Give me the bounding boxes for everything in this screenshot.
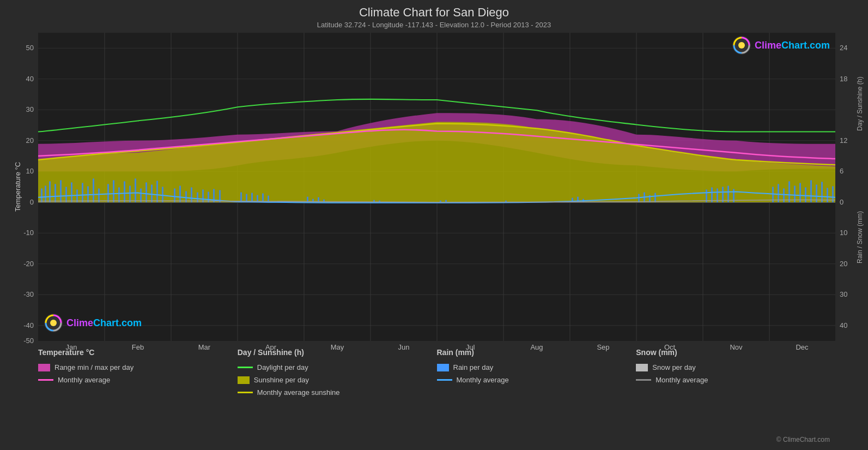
snow-avg-label: Monthly average bbox=[655, 376, 708, 384]
legend-daylight: Daylight per day bbox=[238, 363, 437, 371]
svg-rect-57 bbox=[49, 181, 51, 202]
svg-rect-66 bbox=[98, 189, 100, 202]
svg-text:18: 18 bbox=[840, 75, 847, 83]
legend-rain-avg: Monthly average bbox=[437, 376, 636, 384]
legend-temperature: Temperature °C Range min / max per day M… bbox=[38, 344, 238, 445]
svg-rect-124 bbox=[821, 182, 823, 202]
svg-rect-65 bbox=[93, 178, 94, 202]
sunshine-swatch bbox=[238, 376, 250, 384]
temp-range-swatch bbox=[38, 364, 50, 371]
chart-title: Climate Chart for San Diego bbox=[0, 0, 868, 20]
svg-rect-59 bbox=[60, 180, 62, 202]
svg-rect-112 bbox=[722, 187, 724, 202]
svg-rect-63 bbox=[82, 183, 83, 202]
legend-temp-title: Temperature °C bbox=[38, 348, 238, 357]
logo-icon bbox=[732, 35, 751, 55]
y-axis-right-bottom: Rain / Snow (mm) bbox=[856, 183, 864, 292]
svg-text:0: 0 bbox=[840, 198, 843, 206]
svg-text:-30: -30 bbox=[23, 290, 34, 298]
chart-container: Climate Chart for San Diego Latitude 32.… bbox=[0, 0, 868, 450]
svg-rect-71 bbox=[129, 185, 131, 202]
watermark-top-right: ClimeChart.com bbox=[732, 35, 830, 55]
snow-label: Snow per day bbox=[652, 363, 696, 371]
sunshine-avg-line bbox=[238, 392, 253, 393]
svg-text:30: 30 bbox=[840, 290, 847, 298]
svg-text:20: 20 bbox=[840, 260, 847, 268]
svg-text:40: 40 bbox=[840, 321, 847, 329]
svg-rect-79 bbox=[179, 185, 181, 202]
sunshine-avg-label: Monthly average sunshine bbox=[257, 388, 340, 397]
rain-swatch bbox=[437, 364, 449, 371]
legend-rain-title: Rain (mm) bbox=[437, 348, 636, 357]
svg-rect-58 bbox=[54, 184, 56, 202]
svg-rect-67 bbox=[107, 184, 109, 202]
svg-rect-83 bbox=[202, 190, 204, 202]
temp-avg-label: Monthly average bbox=[58, 376, 110, 384]
daylight-label: Daylight per day bbox=[257, 363, 308, 371]
legend-area: Temperature °C Range min / max per day M… bbox=[38, 344, 835, 445]
svg-rect-70 bbox=[124, 181, 125, 202]
svg-rect-61 bbox=[71, 182, 72, 202]
daylight-line bbox=[238, 367, 253, 368]
legend-snow-swatch: Snow per day bbox=[636, 363, 835, 371]
svg-rect-72 bbox=[135, 178, 136, 202]
svg-rect-69 bbox=[118, 188, 120, 202]
svg-rect-75 bbox=[151, 184, 153, 202]
legend-sunshine: Day / Sunshine (h) Daylight per day Suns… bbox=[238, 344, 437, 445]
svg-text:-20: -20 bbox=[23, 260, 34, 268]
svg-text:12: 12 bbox=[840, 136, 847, 145]
chart-area: 50 40 30 20 10 0 -10 -20 -30 -40 -50 24 … bbox=[38, 33, 835, 341]
svg-rect-108 bbox=[654, 193, 656, 202]
svg-text:10: 10 bbox=[840, 229, 847, 237]
legend-rain-swatch: Rain per day bbox=[437, 363, 636, 371]
svg-rect-110 bbox=[711, 188, 713, 202]
svg-rect-55 bbox=[41, 189, 43, 202]
svg-rect-77 bbox=[162, 187, 163, 202]
copyright: © ClimeChart.com bbox=[776, 436, 830, 443]
svg-text:20: 20 bbox=[26, 136, 34, 145]
watermark-text-bottom: ClimeChart.com bbox=[66, 317, 142, 329]
legend-rain: Rain (mm) Rain per day Monthly average bbox=[437, 344, 636, 445]
svg-rect-113 bbox=[727, 185, 729, 202]
rain-avg-line bbox=[437, 379, 452, 381]
svg-rect-122 bbox=[810, 180, 812, 202]
svg-rect-116 bbox=[778, 184, 779, 202]
svg-text:0: 0 bbox=[30, 198, 34, 206]
svg-point-130 bbox=[50, 320, 57, 326]
svg-rect-120 bbox=[799, 183, 801, 202]
legend-sunshine-avg: Monthly average sunshine bbox=[238, 388, 437, 397]
temp-range-label: Range min / max per day bbox=[54, 363, 133, 371]
sunshine-label: Sunshine per day bbox=[254, 376, 309, 384]
legend-sun-title: Day / Sunshine (h) bbox=[238, 348, 437, 357]
svg-text:10: 10 bbox=[26, 167, 34, 175]
svg-text:-10: -10 bbox=[23, 229, 34, 237]
svg-rect-68 bbox=[113, 180, 114, 202]
svg-point-128 bbox=[738, 42, 745, 49]
legend-temp-avg: Monthly average bbox=[38, 376, 238, 384]
snow-avg-line bbox=[636, 379, 651, 381]
logo-icon-bottom bbox=[44, 313, 63, 333]
svg-text:6: 6 bbox=[840, 167, 843, 175]
temp-avg-line bbox=[38, 379, 53, 381]
svg-rect-64 bbox=[87, 186, 89, 202]
svg-rect-56 bbox=[45, 185, 46, 202]
svg-text:50: 50 bbox=[26, 44, 34, 52]
svg-rect-73 bbox=[140, 189, 142, 202]
legend-snow: Snow (mm) Snow per day Monthly average bbox=[636, 344, 835, 445]
watermark-text: ClimeChart.com bbox=[755, 40, 830, 51]
legend-temp-range: Range min / max per day bbox=[38, 363, 238, 371]
svg-rect-78 bbox=[174, 189, 175, 202]
rain-avg-label: Monthly average bbox=[457, 376, 509, 384]
svg-rect-74 bbox=[145, 182, 147, 202]
snow-swatch bbox=[636, 364, 648, 371]
y-axis-right-top: Day / Sunshine (h) bbox=[856, 35, 864, 172]
svg-rect-81 bbox=[191, 188, 192, 202]
chart-subtitle: Latitude 32.724 - Longitude -117.143 - E… bbox=[0, 21, 868, 29]
svg-rect-76 bbox=[156, 181, 158, 202]
svg-text:30: 30 bbox=[26, 105, 34, 113]
legend-snow-title: Snow (mm) bbox=[636, 348, 835, 357]
main-chart-svg: 50 40 30 20 10 0 -10 -20 -30 -40 -50 24 … bbox=[38, 33, 835, 341]
legend-sunshine-swatch: Sunshine per day bbox=[238, 376, 437, 384]
svg-text:-50: -50 bbox=[23, 337, 34, 345]
svg-text:40: 40 bbox=[26, 75, 34, 83]
